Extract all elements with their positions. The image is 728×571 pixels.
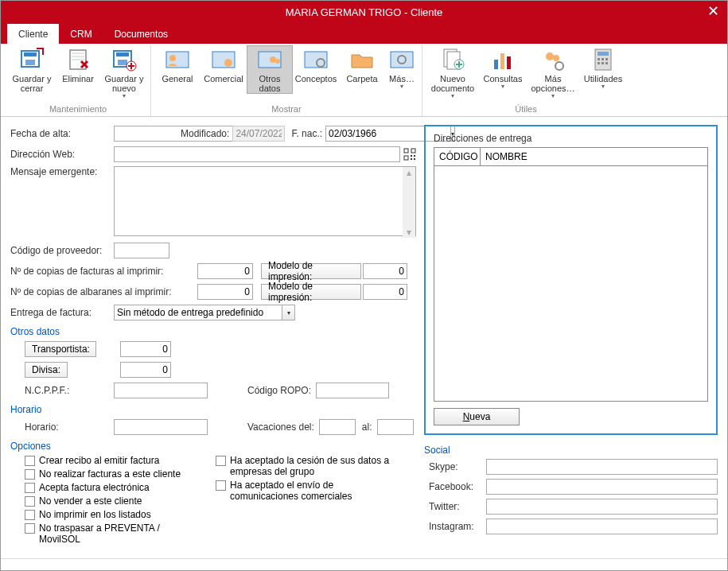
svg-rect-36 (404, 149, 408, 153)
vacaciones-del-input[interactable] (319, 419, 356, 435)
msg-emergente-label: Mensaje emergente: (10, 166, 114, 177)
fecha-alta-combo[interactable]: ▾ (114, 126, 174, 142)
cod-ropo-input[interactable] (316, 383, 389, 398)
chevron-down-icon: ▾ (601, 84, 605, 91)
transportista-button[interactable]: Transportista: (25, 341, 96, 357)
consultas-button[interactable]: Consultas ▾ (480, 45, 526, 91)
modelo-impresion-val-2[interactable] (363, 284, 407, 300)
tab-cliente[interactable]: Cliente (7, 24, 59, 44)
chk-no-facturas[interactable] (25, 469, 35, 480)
card-people-icon (257, 47, 282, 72)
chk-cesion-datos[interactable] (216, 456, 226, 466)
transportista-input[interactable] (120, 341, 171, 357)
scrollbar[interactable]: ▴▾ (403, 167, 415, 238)
ncppf-input[interactable] (114, 383, 208, 398)
carpeta-button[interactable]: Carpeta (339, 45, 385, 84)
cod-ropo-label: Código ROPO: (247, 385, 316, 396)
modelo-impresion-button-1[interactable]: Modelo de impresión: (261, 263, 361, 279)
tab-crm[interactable]: CRM (59, 24, 103, 44)
modelo-impresion-button-2[interactable]: Modelo de impresión: (261, 284, 361, 300)
chk-no-vender[interactable] (25, 496, 35, 507)
chk-crear-recibo[interactable] (25, 456, 35, 466)
grid-body[interactable] (434, 166, 707, 401)
chevron-down-icon: ▾ (551, 93, 555, 100)
vacaciones-al-input[interactable] (377, 419, 414, 435)
entrega-fact-input[interactable] (114, 305, 282, 320)
svg-point-11 (224, 59, 232, 67)
mas-opciones-button[interactable]: Más opciones… ▾ (526, 45, 580, 100)
card-person-icon (165, 47, 190, 72)
copias-alb-input[interactable] (197, 284, 253, 300)
chevron-down-icon: ▾ (400, 84, 403, 91)
guardar-cerrar-button[interactable]: Guardar y cerrar (9, 45, 55, 93)
svg-rect-1 (24, 52, 37, 56)
instagram-input[interactable] (486, 519, 718, 534)
delete-icon (65, 47, 91, 72)
eliminar-button[interactable]: Eliminar (55, 45, 101, 84)
chevron-down-icon: ▾ (451, 93, 454, 100)
svg-rect-33 (598, 62, 600, 64)
card-gear2-icon (389, 47, 415, 72)
calculator-icon (590, 47, 616, 72)
svg-rect-6 (118, 60, 127, 65)
svg-rect-42 (414, 158, 415, 160)
general-button[interactable]: General (154, 45, 200, 84)
svg-rect-30 (598, 58, 600, 60)
svg-rect-38 (404, 156, 408, 160)
card-money-icon (211, 47, 236, 72)
chevron-down-icon: ▾ (501, 84, 504, 91)
svg-rect-5 (116, 52, 129, 56)
facebook-input[interactable] (486, 479, 718, 495)
msg-emergente-input[interactable] (114, 166, 416, 236)
comercial-button[interactable]: Comercial (200, 45, 247, 84)
copias-alb-label: Nº de copias de albaranes al imprimir: (10, 286, 197, 297)
col-nombre[interactable]: NOMBRE (481, 148, 707, 166)
svg-rect-24 (507, 56, 511, 69)
cod-prov-input[interactable] (114, 243, 169, 258)
chk-factura-electronica[interactable] (25, 483, 35, 493)
fnac-combo[interactable]: ▾ (325, 126, 394, 142)
close-icon[interactable]: ✕ (707, 2, 719, 20)
horario-section: Horario (10, 404, 416, 415)
divisa-button[interactable]: Divisa: (25, 362, 68, 378)
new-doc-icon (440, 47, 465, 72)
chk-no-traspasar[interactable] (25, 523, 35, 534)
utilidades-button[interactable]: Utilidades ▾ (580, 45, 626, 91)
svg-rect-23 (500, 53, 504, 69)
copias-fact-input[interactable] (197, 263, 253, 279)
direcciones-grid[interactable]: CÓDIGO NOMBRE (434, 147, 708, 402)
divisa-input[interactable] (120, 362, 171, 378)
ribbon: Guardar y cerrar Eliminar Guardar y nuev… (1, 44, 727, 117)
mas-button[interactable]: Más… ▾ (385, 45, 419, 91)
horario-input[interactable] (114, 419, 208, 435)
window-title: MARIA GERMAN TRIGO - Cliente (286, 6, 443, 18)
qr-icon[interactable] (403, 148, 416, 161)
fnac-label: F. nac.: (291, 128, 322, 139)
svg-rect-39 (411, 155, 412, 157)
card-gear-icon (303, 47, 329, 72)
twitter-input[interactable] (486, 499, 718, 515)
otros-datos-button[interactable]: Otros datos (247, 45, 293, 94)
svg-rect-34 (601, 62, 604, 64)
nueva-button[interactable]: Nueva (434, 408, 520, 425)
svg-point-26 (553, 55, 559, 61)
cod-prov-label: Código de proveedor: (10, 245, 114, 256)
conceptos-button[interactable]: Conceptos (293, 45, 339, 84)
modelo-impresion-val-1[interactable] (363, 263, 407, 279)
dir-web-input[interactable] (114, 146, 400, 162)
direcciones-entrega-panel: Direcciones de entrega CÓDIGO NOMBRE Nue… (424, 125, 718, 435)
col-codigo[interactable]: CÓDIGO (434, 148, 481, 166)
chk-no-imprimir[interactable] (25, 510, 35, 520)
chart-icon (490, 47, 516, 72)
skype-input[interactable] (486, 459, 718, 475)
horario-label: Horario: (25, 421, 114, 433)
ribbon-group-utiles: Nuevo documento ▾ Consultas ▾ Más opcion… (422, 45, 629, 116)
copias-fact-label: Nº de copias de facturas al imprimir: (10, 266, 197, 277)
vacaciones-label: Vacaciones del: (247, 421, 314, 433)
nuevo-documento-button[interactable]: Nuevo documento ▾ (426, 45, 480, 100)
chk-envio-comunicaciones[interactable] (216, 480, 226, 491)
guardar-nuevo-button[interactable]: Guardar y nuevo ▾ (101, 45, 147, 100)
chevron-down-icon[interactable]: ▾ (282, 305, 295, 320)
tab-documentos[interactable]: Documentos (103, 24, 179, 44)
entrega-fact-combo[interactable]: ▾ (114, 305, 295, 320)
